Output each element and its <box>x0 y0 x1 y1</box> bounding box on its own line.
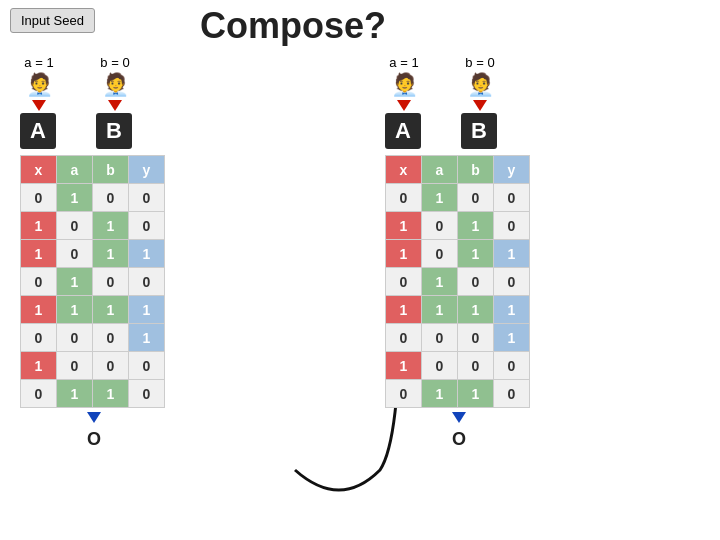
table-cell: 1 <box>422 296 458 324</box>
table-cell: 0 <box>422 324 458 352</box>
table-cell: 0 <box>494 212 530 240</box>
table-cell: 0 <box>129 268 165 296</box>
table-cell: 1 <box>458 296 494 324</box>
table-cell: 1 <box>129 240 165 268</box>
left-data-table: x a b y 01001010101101001111000110000110 <box>20 155 165 408</box>
table-cell: 0 <box>57 352 93 380</box>
table-cell: 0 <box>93 268 129 296</box>
left-col-header-a: a <box>57 156 93 184</box>
table-cell: 0 <box>386 184 422 212</box>
right-param-b: b = 0 <box>465 55 494 70</box>
table-row: 1010 <box>386 212 530 240</box>
table-cell: 0 <box>57 324 93 352</box>
page-title: Compose? <box>200 5 386 47</box>
right-param-a: a = 1 <box>389 55 418 70</box>
table-cell: 1 <box>21 296 57 324</box>
table-row: 0001 <box>21 324 165 352</box>
table-cell: 1 <box>57 380 93 408</box>
table-row: 1000 <box>386 352 530 380</box>
table-cell: 1 <box>494 296 530 324</box>
left-arrow-a <box>32 100 46 111</box>
table-row: 0100 <box>21 268 165 296</box>
table-cell: 0 <box>93 352 129 380</box>
table-cell: 0 <box>57 240 93 268</box>
table-cell: 0 <box>93 324 129 352</box>
right-output-arrow <box>452 412 466 423</box>
table-cell: 0 <box>386 324 422 352</box>
table-cell: 0 <box>494 268 530 296</box>
right-cube-b: B <box>461 113 497 149</box>
left-cube-b: B <box>96 113 132 149</box>
table-row: 0100 <box>386 184 530 212</box>
left-col-header-y: y <box>129 156 165 184</box>
left-param-a: a = 1 <box>24 55 53 70</box>
table-cell: 1 <box>93 212 129 240</box>
table-cell: 1 <box>422 184 458 212</box>
right-col-header-x: x <box>386 156 422 184</box>
table-cell: 1 <box>386 352 422 380</box>
table-row: 0100 <box>21 184 165 212</box>
table-cell: 0 <box>422 352 458 380</box>
table-row: 1000 <box>21 352 165 380</box>
table-cell: 1 <box>57 184 93 212</box>
table-cell: 0 <box>21 184 57 212</box>
right-col-header-a: a <box>422 156 458 184</box>
table-cell: 0 <box>129 212 165 240</box>
table-cell: 0 <box>21 324 57 352</box>
table-cell: 1 <box>458 212 494 240</box>
left-col-header-x: x <box>21 156 57 184</box>
right-col-header-y: y <box>494 156 530 184</box>
left-param-b: b = 0 <box>100 55 129 70</box>
right-block: a = 1 🧑‍💼 b = 0 🧑‍💼 A B <box>385 55 533 450</box>
table-cell: 0 <box>458 268 494 296</box>
table-row: 0110 <box>21 380 165 408</box>
table-cell: 1 <box>458 380 494 408</box>
table-cell: 0 <box>129 184 165 212</box>
table-cell: 0 <box>21 268 57 296</box>
right-output-label: O <box>385 429 533 450</box>
table-row: 0100 <box>386 268 530 296</box>
left-output-label: O <box>20 429 168 450</box>
left-output-arrow <box>87 412 101 423</box>
table-cell: 0 <box>458 184 494 212</box>
left-block: a = 1 🧑‍💼 b = 0 🧑‍💼 A B <box>20 55 168 450</box>
right-person-a: 🧑‍💼 <box>391 72 418 98</box>
table-row: 1010 <box>21 212 165 240</box>
table-cell: 0 <box>458 352 494 380</box>
right-data-table: x a b y 01001010101101001111000110000110 <box>385 155 530 408</box>
table-cell: 1 <box>129 324 165 352</box>
table-cell: 1 <box>494 324 530 352</box>
left-col-header-b: b <box>93 156 129 184</box>
table-row: 1011 <box>386 240 530 268</box>
table-cell: 0 <box>129 380 165 408</box>
table-row: 1111 <box>386 296 530 324</box>
table-cell: 1 <box>129 296 165 324</box>
table-cell: 0 <box>386 380 422 408</box>
table-cell: 1 <box>386 296 422 324</box>
table-cell: 0 <box>494 352 530 380</box>
table-row: 0001 <box>386 324 530 352</box>
table-cell: 1 <box>93 240 129 268</box>
right-col-header-b: b <box>458 156 494 184</box>
table-cell: 1 <box>93 380 129 408</box>
table-cell: 0 <box>458 324 494 352</box>
table-cell: 0 <box>422 212 458 240</box>
table-cell: 0 <box>386 268 422 296</box>
table-cell: 1 <box>21 212 57 240</box>
table-cell: 1 <box>458 240 494 268</box>
table-cell: 0 <box>494 184 530 212</box>
table-cell: 1 <box>386 240 422 268</box>
table-cell: 1 <box>21 240 57 268</box>
table-cell: 0 <box>129 352 165 380</box>
table-cell: 1 <box>494 240 530 268</box>
table-cell: 1 <box>57 268 93 296</box>
table-cell: 1 <box>386 212 422 240</box>
table-row: 0110 <box>386 380 530 408</box>
input-seed-button[interactable]: Input Seed <box>10 8 95 33</box>
table-cell: 1 <box>422 268 458 296</box>
table-cell: 1 <box>422 380 458 408</box>
table-cell: 1 <box>57 296 93 324</box>
table-row: 1011 <box>21 240 165 268</box>
right-person-b: 🧑‍💼 <box>467 72 494 98</box>
left-person-b: 🧑‍💼 <box>102 72 129 98</box>
